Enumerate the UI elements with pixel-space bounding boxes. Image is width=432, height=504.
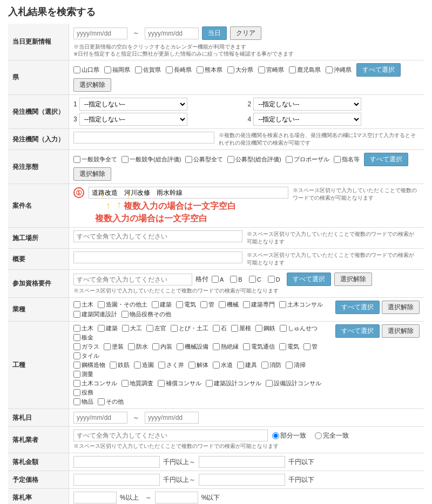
pref-nagasaki[interactable]: 長崎県 xyxy=(166,66,192,74)
pref-fukuoka[interactable]: 福岡県 xyxy=(104,66,130,74)
wt-yakumu[interactable]: 役務 xyxy=(73,389,93,397)
wt-doboku[interactable]: 土木 xyxy=(73,324,93,332)
industry-doboku-consul[interactable]: 土木コンサル xyxy=(279,301,323,309)
industry-kenchiku[interactable]: 建築 xyxy=(152,301,172,309)
wt-doboku-consul[interactable]: 土木コンサル xyxy=(73,379,117,387)
bid-type-general-comprehensive[interactable]: 一般競争(総合評価) xyxy=(122,155,181,164)
bid-rate-from[interactable] xyxy=(73,492,117,503)
industry-kikai[interactable]: 機械 xyxy=(219,301,239,309)
clear-button[interactable]: クリア xyxy=(230,26,261,40)
bid-type-select-all[interactable]: すべて選択 xyxy=(364,153,408,166)
summary-input[interactable] xyxy=(73,251,242,263)
radio-full-match[interactable]: 完全一致 xyxy=(315,431,349,440)
wt-sokuryo[interactable]: 測量 xyxy=(73,370,93,378)
wt-busshi[interactable]: 物品 xyxy=(73,398,93,406)
wt-kenchiku-consul[interactable]: 建築設計コンサル xyxy=(206,379,261,387)
org-select-3-dropdown[interactable]: --指定しない-- xyxy=(79,113,187,126)
wt-daiku[interactable]: 大工 xyxy=(122,324,142,332)
bid-type-nomination[interactable]: 指名等 xyxy=(334,155,360,164)
wt-shunsetsu[interactable]: しゅんせつ xyxy=(280,324,318,332)
pref-oita[interactable]: 大分県 xyxy=(227,66,253,74)
bid-type-proposal[interactable]: プロポーザル xyxy=(286,155,329,164)
org-select-1-dropdown[interactable]: --指定しない-- xyxy=(79,98,187,111)
pref-miyazaki[interactable]: 宮崎県 xyxy=(258,66,284,74)
estimated-price-from[interactable] xyxy=(73,474,160,486)
industry-deselect[interactable]: 選択解除 xyxy=(382,301,420,314)
date-from-input[interactable] xyxy=(73,28,127,39)
wt-kikai-setsubi[interactable]: 機械設備 xyxy=(177,343,208,351)
prefecture-deselect[interactable]: 選択解除 xyxy=(73,78,111,92)
wt-tekkin[interactable]: 鉄筋 xyxy=(110,361,130,369)
ordering-org-text-input[interactable] xyxy=(73,132,214,144)
wt-zouen[interactable]: 造園 xyxy=(134,361,154,369)
wt-sakan[interactable]: 左官 xyxy=(146,324,166,332)
grade-d[interactable]: D xyxy=(268,276,280,283)
pref-kagoshima[interactable]: 鹿児島県 xyxy=(289,66,321,74)
industry-kan[interactable]: 管 xyxy=(200,301,214,309)
wt-seiso[interactable]: 清掃 xyxy=(286,361,306,369)
wt-sonota[interactable]: その他 xyxy=(98,398,124,406)
bid-type-public-comprehensive[interactable]: 公募型(総合評価) xyxy=(227,155,281,164)
wt-bousui[interactable]: 防水 xyxy=(128,343,148,351)
industry-denki[interactable]: 電気 xyxy=(176,301,196,309)
wt-suido[interactable]: 水道 xyxy=(213,361,233,369)
bid-date-from[interactable] xyxy=(73,412,127,424)
grade-a[interactable]: A xyxy=(212,276,224,283)
industry-busshi[interactable]: 物品役務その他 xyxy=(122,310,171,318)
grade-c[interactable]: C xyxy=(249,276,261,283)
pref-okinawa[interactable]: 沖縄県 xyxy=(326,66,352,74)
bid-type-public-all[interactable]: 公募型全て xyxy=(185,155,223,164)
wt-sakui[interactable]: さく井 xyxy=(158,361,184,369)
wt-denkitsusin[interactable]: 電気通信 xyxy=(243,343,275,351)
wt-kan[interactable]: 管 xyxy=(303,343,318,351)
industry-doboku[interactable]: 土木 xyxy=(73,301,93,309)
pref-kumamoto[interactable]: 熊本県 xyxy=(197,66,222,74)
wt-shobo[interactable]: 消防 xyxy=(261,361,281,369)
wt-setsubi-consul[interactable]: 設備設計コンサル xyxy=(266,379,321,387)
wt-kotetsu[interactable]: 鋼鉄 xyxy=(255,324,275,332)
bid-date-to[interactable] xyxy=(145,412,199,424)
wt-tategu[interactable]: 建具 xyxy=(237,361,257,369)
work-type-select-all[interactable]: すべて選択 xyxy=(335,324,380,338)
wt-bankin[interactable]: 板金 xyxy=(73,333,93,342)
work-type-deselect[interactable]: 選択解除 xyxy=(382,324,420,338)
grade-b[interactable]: B xyxy=(230,276,242,283)
wt-ishi[interactable]: 石 xyxy=(213,324,227,332)
wt-hosho[interactable]: 補償コンサル xyxy=(158,379,201,387)
wt-garasu[interactable]: ガラス xyxy=(73,343,99,351)
prefecture-select-all[interactable]: すべて選択 xyxy=(356,63,401,77)
wt-yane[interactable]: 屋根 xyxy=(231,324,251,332)
wt-naisou[interactable]: 内装 xyxy=(152,343,172,351)
wt-tobi[interactable]: とび・土工 xyxy=(171,324,208,332)
pref-yamaguchi[interactable]: 山口県 xyxy=(73,66,99,74)
wt-kaitai[interactable]: 解体 xyxy=(188,361,208,369)
bid-company-input[interactable] xyxy=(73,430,268,441)
qualification-input[interactable] xyxy=(73,274,192,285)
wt-tile[interactable]: タイル xyxy=(73,352,99,360)
bid-type-deselect[interactable]: 選択解除 xyxy=(73,167,111,181)
org-select-2-dropdown[interactable]: --指定しない-- xyxy=(253,98,361,111)
wt-netsusetsuen[interactable]: 熱絶縁 xyxy=(213,343,239,351)
bid-type-general-all[interactable]: 一般競争全て xyxy=(73,155,117,164)
radio-partial-match[interactable]: 部分一致 xyxy=(272,431,306,440)
grade-deselect[interactable]: 選択解除 xyxy=(334,273,372,286)
location-input[interactable] xyxy=(73,230,242,242)
wt-tosou[interactable]: 塗装 xyxy=(104,343,124,351)
wt-kokozo[interactable]: 鋼構造物 xyxy=(73,361,105,369)
estimated-price-to[interactable] xyxy=(199,474,285,486)
industry-zouen[interactable]: 造園・その他土 xyxy=(98,301,147,309)
wt-kenchiku[interactable]: 建築 xyxy=(98,324,118,332)
bid-amount-from[interactable] xyxy=(73,456,160,468)
bid-rate-to[interactable] xyxy=(155,492,198,503)
grade-select-all[interactable]: すべて選択 xyxy=(287,273,331,286)
pref-saga[interactable]: 佐賀県 xyxy=(135,66,161,74)
wt-chishitsu[interactable]: 地質調査 xyxy=(122,379,153,387)
today-button[interactable]: 当日 xyxy=(202,26,227,40)
wt-denki[interactable]: 電気 xyxy=(279,343,299,351)
date-to-input[interactable] xyxy=(145,28,199,39)
industry-kenchiku-senmon[interactable]: 建築専門 xyxy=(243,301,275,309)
bid-amount-to[interactable] xyxy=(199,456,285,468)
org-select-4-dropdown[interactable]: --指定しない-- xyxy=(253,113,361,126)
industry-kenchiku-renkan[interactable]: 建築関連設計 xyxy=(73,310,117,318)
industry-select-all[interactable]: すべて選択 xyxy=(335,301,380,314)
